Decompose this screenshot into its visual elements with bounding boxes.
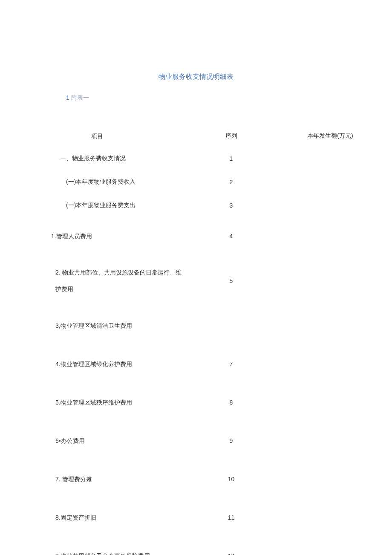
cell-item: (一)本年度物业服务费收入	[0, 177, 194, 186]
header-seq: 序列	[194, 132, 268, 140]
cell-item: 2. 物业共用部位、共用设施设备的日常运行、维护费用	[0, 264, 194, 298]
subtitle-number: 1	[66, 94, 69, 101]
cell-item: 一、物业服务费收支情况	[0, 153, 194, 163]
table-row: 9.物业共用部分及公众责任保险费用 12	[0, 537, 392, 555]
table-row: 6•办公费用 9	[0, 422, 392, 460]
cell-item: 3,物业管理区域清洁卫生费用	[0, 321, 194, 330]
cell-seq: 1	[194, 155, 268, 162]
cell-seq: 2	[194, 179, 268, 185]
header-amount: 本年发生额(万元)	[268, 132, 392, 140]
cell-seq: 5	[194, 278, 268, 284]
subtitle-label: 附表一	[69, 94, 89, 101]
table-row: 4.物业管理区域绿化养护费用 7	[0, 345, 392, 383]
cell-seq: 11	[194, 514, 268, 521]
table-row: 7. 管理费分摊 10	[0, 460, 392, 498]
table-header-row: 项目 序列 本年发生额(万元)	[0, 125, 392, 147]
table-row: 5.物业管理区域秩序维护费用 8	[0, 383, 392, 422]
page-title: 物业服务收支情况明细表	[0, 0, 392, 81]
cell-seq: 7	[194, 361, 268, 367]
cell-seq: 8	[194, 399, 268, 406]
cell-item: 1.管理人员费用	[0, 231, 194, 241]
table-row: 一、物业服务费收支情况 1	[0, 147, 392, 170]
table-row: 3,物业管理区域清洁卫生费用	[0, 306, 392, 345]
cell-item: 6•办公费用	[0, 436, 194, 445]
table-row: 2. 物业共用部位、共用设施设备的日常运行、维护费用 5	[0, 255, 392, 306]
cell-item: 9.物业共用部分及公众责任保险费用	[0, 551, 194, 555]
cell-item: 7. 管理费分摊	[0, 474, 194, 484]
cell-seq: 4	[194, 233, 268, 240]
cell-seq: 9	[194, 437, 268, 444]
subtitle: 1 附表一	[0, 81, 392, 102]
cell-item: (一)本年度物业服务费支出	[0, 200, 194, 210]
cell-seq: 12	[194, 552, 268, 555]
header-item: 项目	[0, 131, 194, 141]
cell-item: 8.固定资产折旧	[0, 513, 194, 522]
cell-seq: 10	[194, 476, 268, 483]
cell-seq: 3	[194, 202, 268, 209]
cell-item: 5.物业管理区域秩序维护费用	[0, 398, 194, 407]
table-row: (一)本年度物业服务费收入 2	[0, 170, 392, 194]
table-row: (一)本年度物业服务费支出 3	[0, 194, 392, 217]
table-row: 8.固定资产折旧 11	[0, 498, 392, 537]
cell-item: 4.物业管理区域绿化养护费用	[0, 359, 194, 369]
detail-table: 项目 序列 本年发生额(万元) 一、物业服务费收支情况 1 (一)本年度物业服务…	[0, 102, 392, 555]
table-row: 1.管理人员费用 4	[0, 217, 392, 255]
